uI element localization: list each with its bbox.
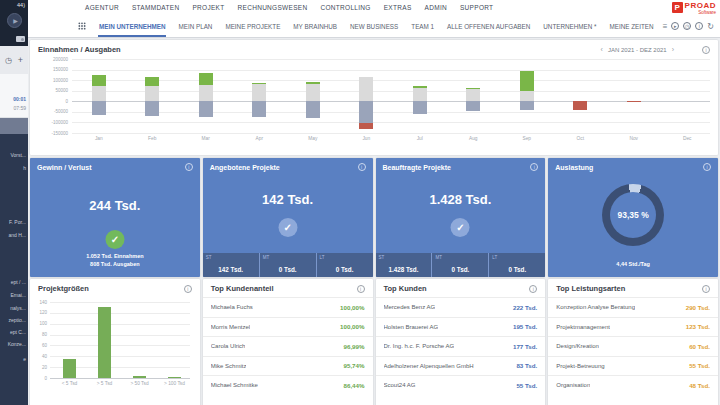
tab-unternehmen-[interactable]: UNTERNEHMEN *	[542, 15, 597, 37]
play-circle-icon[interactable]: ▸	[671, 22, 679, 30]
list-item[interactable]: Scout24 AG55 Tsd.	[376, 375, 546, 395]
prev-period-arrow[interactable]: ‹	[601, 46, 603, 53]
bar-einnahmen-basis[interactable]	[306, 84, 320, 102]
bar--5-Tsd[interactable]	[98, 307, 111, 378]
info-icon[interactable]: i	[530, 163, 538, 171]
tab-mein-plan[interactable]: MEIN PLAN	[177, 15, 213, 37]
bar-einnahmen-basis[interactable]	[199, 85, 213, 101]
bar-ausgaben[interactable]	[359, 101, 373, 123]
add-icon[interactable]: +	[18, 55, 23, 65]
list-item[interactable]: Carola Ulrich96,99%	[203, 336, 373, 356]
bar-einnahmen-basis[interactable]	[359, 77, 373, 101]
info-icon[interactable]: i	[357, 285, 365, 293]
bar-ausgaben[interactable]	[520, 101, 534, 110]
sidebar-item[interactable]: and H...	[8, 232, 26, 238]
list-item[interactable]: Adelholzener Alpenquellen GmbH83 Tsd.	[376, 356, 546, 376]
sidebar-item[interactable]: zeptio...	[8, 317, 26, 323]
menu-item-agentur[interactable]: AGENTUR	[85, 4, 119, 11]
tab-team-1[interactable]: TEAM 1	[410, 15, 435, 37]
tab-my-brainhub[interactable]: MY BRAINHUB	[292, 15, 338, 37]
bar--50-Tsd[interactable]	[133, 376, 146, 378]
sidebar-item[interactable]: Emai...	[10, 292, 26, 298]
menu-item-rechnungswesen[interactable]: RECHNUNGSWESEN	[238, 4, 308, 11]
bar-ausgaben[interactable]	[466, 101, 480, 111]
bar-einnahmen-zusatz[interactable]	[466, 88, 480, 89]
bar-einnahmen-basis[interactable]	[145, 86, 159, 101]
bar-einnahmen-zusatz[interactable]	[199, 73, 213, 85]
tab-alle-offenen-aufgaben[interactable]: ALLE OFFENEN AUFGABEN	[446, 15, 531, 37]
bar-einnahmen-basis[interactable]	[252, 84, 266, 101]
top-kunden-card[interactable]: Top Kunden i Mercedes Benz AG222 Tsd.Hol…	[376, 279, 546, 405]
sidebar-item[interactable]: ept C...	[10, 329, 26, 335]
sidebar-item[interactable]: e	[23, 356, 26, 362]
sidebar-item[interactable]: Vorst...	[10, 152, 26, 158]
info-icon[interactable]: i	[184, 285, 192, 293]
bar--5-Tsd[interactable]	[63, 359, 76, 378]
info-icon[interactable]: i	[702, 46, 710, 54]
bar-ausgaben[interactable]	[92, 101, 106, 115]
bar-einnahmen-zusatz[interactable]	[520, 71, 534, 91]
menu-item-support[interactable]: SUPPORT	[460, 4, 493, 11]
list-item[interactable]: Konzeption Analyse Beratung290 Tsd.	[548, 297, 718, 317]
info-icon[interactable]: i	[185, 163, 193, 171]
bar-verlust[interactable]	[627, 101, 641, 102]
kpi-card-angebotene-projekte[interactable]: Angebotene Projekte i 142 Tsd. ✓ ST142 T…	[203, 158, 373, 277]
bar-verlust[interactable]	[573, 101, 587, 109]
avatar[interactable]: ▶	[7, 13, 22, 28]
bar-ausgaben[interactable]	[252, 101, 266, 117]
list-item[interactable]: Dr. Ing. h.c. F. Porsche AG177 Tsd.	[376, 336, 546, 356]
info-icon[interactable]: i	[702, 285, 710, 293]
list-item[interactable]: Holsten Brauerei AG195 Tsd.	[376, 317, 546, 337]
refresh-icon[interactable]: ↻	[707, 22, 714, 31]
menu-item-stammdaten[interactable]: STAMMDATEN	[132, 4, 180, 11]
list-item[interactable]: Michaela Fuchs100,00%	[203, 297, 373, 317]
list-item[interactable]: Projekt-Betreuung55 Tsd.	[548, 356, 718, 376]
sidebar-item[interactable]: ept / ...	[11, 279, 26, 285]
list-item[interactable]: Organisation48 Tsd.	[548, 375, 718, 395]
next-period-arrow[interactable]: ›	[672, 46, 674, 53]
menu-item-controlling[interactable]: CONTROLLING	[320, 4, 370, 11]
hamburger-icon[interactable]: ≡	[663, 22, 668, 31]
bar--100-Tsd[interactable]	[168, 377, 181, 378]
projektgroessen-card[interactable]: Projektgrößen i 140120100806040200< 5 Ts…	[30, 279, 200, 405]
menu-item-projekt[interactable]: PROJEKT	[192, 4, 224, 11]
clock-circle-icon[interactable]: ◷	[683, 22, 691, 30]
bar-verlust[interactable]	[359, 123, 373, 129]
info-icon[interactable]: i	[358, 163, 366, 171]
bar-einnahmen-zusatz[interactable]	[145, 77, 159, 87]
bar-einnahmen-basis[interactable]	[520, 91, 534, 101]
sidebar-item[interactable]: F. Por...	[9, 219, 26, 225]
kpi-card-gewinn-verlust[interactable]: Gewinn / Verlust i 244 Tsd. ✓ 1.052 Tsd.…	[30, 158, 200, 277]
bar-einnahmen-zusatz[interactable]	[413, 86, 427, 88]
camera-icon[interactable]	[16, 36, 25, 42]
bar-einnahmen-basis[interactable]	[466, 89, 480, 101]
sidebar-selected-item[interactable]	[0, 118, 28, 134]
menu-item-extras[interactable]: EXTRAS	[384, 4, 412, 11]
sidebar-item[interactable]: h	[23, 165, 26, 171]
bar-ausgaben[interactable]	[413, 101, 427, 114]
bar-ausgaben[interactable]	[145, 101, 159, 116]
bar-einnahmen-basis[interactable]	[92, 86, 106, 102]
top-leistungsarten-card[interactable]: Top Leistungsarten i Konzeption Analyse …	[548, 279, 718, 405]
sidebar-item[interactable]: Konze...	[8, 341, 26, 347]
clock-icon[interactable]: ◷	[5, 56, 12, 65]
list-item[interactable]: Morris Mentzel100,00%	[203, 317, 373, 337]
tab-meine-projekte[interactable]: MEINE PROJEKTE	[224, 15, 281, 37]
bar-einnahmen-basis[interactable]	[413, 88, 427, 102]
kpi-card-auslastung[interactable]: Auslastung i 93,35 % 4,44 Std./Tag	[548, 158, 718, 277]
apps-grid-icon[interactable]	[78, 22, 86, 30]
info-icon[interactable]: i	[529, 285, 537, 293]
list-item[interactable]: Michael Schmitke86,44%	[203, 375, 373, 395]
tab-meine-zeiten[interactable]: MEINE ZEITEN	[609, 15, 655, 37]
menu-item-admin[interactable]: ADMIN	[425, 4, 447, 11]
list-item[interactable]: Design/Kreation60 Tsd.	[548, 336, 718, 356]
tab-mein-unternehmen[interactable]: MEIN UNTERNEHMEN	[98, 15, 166, 37]
bar-einnahmen-zusatz[interactable]	[306, 82, 320, 83]
kpi-card-beauftragte-projekte[interactable]: Beauftragte Projekte i 1.428 Tsd. ✓ ST1.…	[376, 158, 546, 277]
info-circle-icon[interactable]: i	[695, 22, 703, 30]
top-kundenanteil-card[interactable]: Top Kundenanteil i Michaela Fuchs100,00%…	[203, 279, 373, 405]
info-icon[interactable]: i	[703, 163, 711, 171]
list-item[interactable]: Projektmanagement123 Tsd.	[548, 317, 718, 337]
list-item[interactable]: Mercedes Benz AG222 Tsd.	[376, 297, 546, 317]
bar-ausgaben[interactable]	[306, 101, 320, 117]
